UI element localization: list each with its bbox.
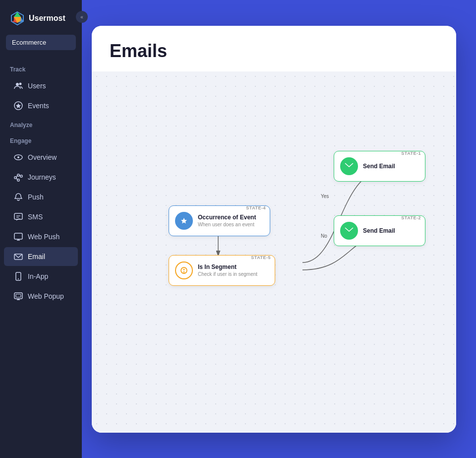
flow-canvas-container: STATE-4 Occurrence of Event When user do… [92,71,456,433]
state5-icon [175,262,193,279]
state5-title: Is In Segment [198,263,257,270]
svg-rect-21 [14,233,22,239]
sidebar-item-sms[interactable]: SMS [4,207,78,226]
logo-text: Usermost [29,14,65,23]
sidebar-item-users[interactable]: Users [4,76,78,95]
arrows-svg [92,71,456,433]
inapp-icon [14,272,23,281]
node-state2[interactable]: STATE-2 Send Email [334,215,425,246]
state4-label: STATE-4 [246,205,266,210]
sidebar-item-webpopup-label: Web Popup [28,292,64,300]
sidebar-item-inapp-label: In-App [28,272,48,280]
svg-rect-12 [17,174,19,176]
state4-title: Occurrence of Event [198,214,256,221]
sidebar-item-email-label: Email [28,253,45,261]
svg-rect-18 [14,213,22,219]
webpopup-icon [14,292,23,301]
section-label-track: Track [0,60,82,76]
state5-label: STATE-5 [251,255,271,260]
svg-point-10 [17,156,19,158]
svg-point-6 [19,83,22,85]
svg-rect-13 [17,179,19,181]
sidebar: Usermost Ecommerce « Track Users Events … [0,0,82,458]
yes-label: Yes [321,194,329,199]
svg-line-15 [16,175,17,178]
sidebar-item-email[interactable]: Email [4,247,78,266]
sidebar-item-journeys-label: Journeys [28,173,56,181]
svg-rect-30 [16,294,21,297]
sidebar-item-webpopup[interactable]: Web Popup [4,287,78,306]
node-state5[interactable]: STATE-5 Is In Segment Check if user is i… [169,255,275,286]
svg-marker-8 [16,103,21,108]
emails-card: Emails STATE-4 [92,26,456,433]
sms-icon [14,212,23,221]
state2-icon [340,222,358,240]
state5-subtitle: Check if user is in segment [198,271,257,277]
no-label: No [321,233,327,239]
users-icon [14,81,23,90]
sidebar-item-webpush[interactable]: Web Push [4,227,78,246]
svg-point-36 [183,268,185,270]
events-icon [14,101,23,110]
sidebar-item-overview-label: Overview [28,153,57,161]
sidebar-item-events-label: Events [28,102,49,110]
sidebar-collapse-button[interactable]: « [76,11,88,23]
state1-title: Send Email [363,163,395,170]
sidebar-item-push[interactable]: Push [4,188,78,206]
webpush-icon [14,232,23,241]
sidebar-item-webpush-label: Web Push [28,233,60,241]
journeys-icon [14,173,23,182]
email-icon [14,252,23,261]
node-state4[interactable]: STATE-4 Occurrence of Event When user do… [169,205,270,236]
sidebar-item-push-label: Push [28,193,44,201]
state4-subtitle: When user does an event [198,222,256,227]
state1-label: STATE-1 [401,151,421,156]
page-title: Emails [110,41,438,62]
logo-icon [10,11,25,26]
overview-icon [14,153,23,162]
svg-point-5 [16,83,19,86]
svg-line-16 [16,178,17,180]
state2-label: STATE-2 [401,215,421,220]
svg-rect-11 [14,177,16,179]
section-label-engage: Engage [0,131,82,147]
sidebar-item-events[interactable]: Events [4,96,78,115]
sidebar-item-inapp[interactable]: In-App [4,267,78,286]
sidebar-item-journeys[interactable]: Journeys [4,168,78,187]
state4-icon [175,212,193,230]
sidebar-item-sms-label: SMS [28,213,43,221]
main-content: Emails STATE-4 [82,0,476,458]
state1-icon [340,157,358,175]
state2-title: Send Email [363,227,395,234]
sidebar-item-users-label: Users [28,82,46,90]
svg-rect-14 [20,175,22,177]
workspace-selector[interactable]: Ecommerce [6,35,76,50]
sidebar-item-overview[interactable]: Overview [4,148,78,167]
card-header: Emails [92,26,456,71]
svg-marker-2 [14,12,21,17]
node-state1[interactable]: STATE-1 Send Email [334,151,425,182]
section-label-analyze: Analyze [0,116,82,131]
logo: Usermost [0,0,82,35]
push-icon [14,193,23,201]
